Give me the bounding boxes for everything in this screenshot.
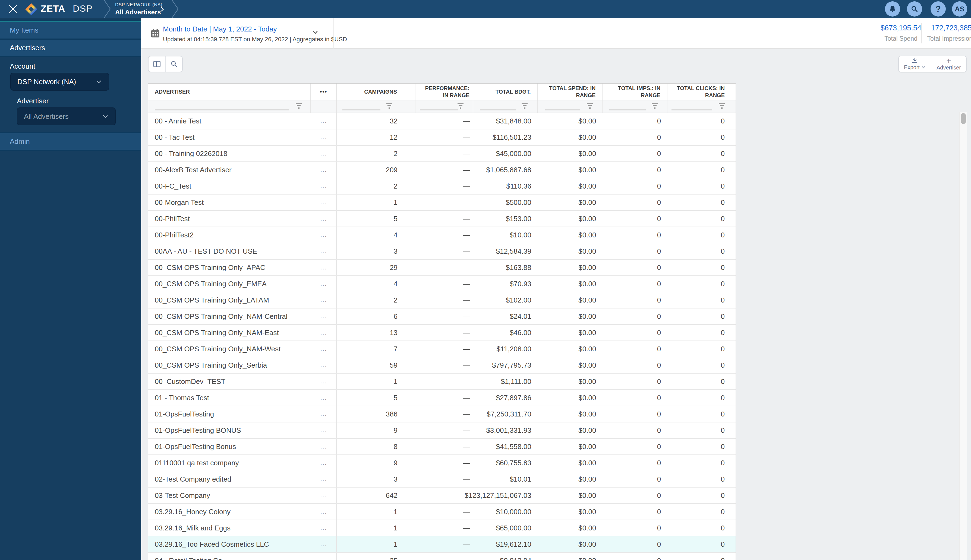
notifications-button[interactable]: [885, 2, 900, 17]
cell-name[interactable]: 00_CSM OPS Training Only_EMEA: [148, 276, 311, 292]
filter-menu-icon[interactable]: [521, 103, 528, 109]
help-button[interactable]: ?: [931, 2, 946, 17]
table-row[interactable]: 00 - Training 02262018...2—$45,000.00$0.…: [148, 146, 735, 162]
column-header-budget[interactable]: TOTAL BDGT.: [473, 83, 538, 100]
table-row[interactable]: 03.29.16_Honey Colony...1—$10,000.00$0.0…: [148, 504, 735, 520]
row-actions-button[interactable]: ...: [311, 243, 337, 259]
row-actions-button[interactable]: ...: [311, 308, 337, 324]
table-row[interactable]: 00_CSM OPS Training Only_NAM-Central...6…: [148, 308, 735, 325]
column-header-dots[interactable]: •••: [311, 83, 337, 100]
row-actions-button[interactable]: ...: [311, 390, 337, 406]
filter-menu-icon[interactable]: [587, 103, 593, 109]
row-actions-button[interactable]: ...: [311, 406, 337, 422]
table-row[interactable]: 00_CSM OPS Training Only_APAC...29—$163.…: [148, 260, 735, 276]
advertiser-select[interactable]: All Advertisers: [17, 107, 116, 125]
row-actions-button[interactable]: ...: [311, 520, 337, 536]
row-actions-button[interactable]: ...: [311, 178, 337, 194]
table-row[interactable]: 00-PhilTest2...4—$10.00$0.0000: [148, 227, 735, 243]
cell-name[interactable]: 01-OpsFuelTesting: [148, 406, 311, 422]
column-header-clicks[interactable]: TOTAL CLICKS: IN RANGE: [667, 83, 735, 100]
vertical-scrollbar[interactable]: [959, 112, 967, 560]
row-actions-button[interactable]: ...: [311, 276, 337, 292]
row-actions-button[interactable]: ...: [311, 553, 337, 560]
table-row[interactable]: 01-OpsFuelTesting BONUS...9—$3,001,331.9…: [148, 422, 735, 439]
row-actions-button[interactable]: ...: [311, 162, 337, 178]
add-advertiser-button[interactable]: + Advertiser: [931, 56, 966, 72]
cell-name[interactable]: 00-AlexB Test Advertiser: [148, 162, 311, 178]
row-actions-button[interactable]: ...: [311, 455, 337, 471]
cell-name[interactable]: 03.29.16_Honey Colony: [148, 504, 311, 520]
user-avatar[interactable]: AS: [952, 2, 967, 17]
row-actions-button[interactable]: ...: [311, 325, 337, 340]
row-actions-button[interactable]: ...: [311, 439, 337, 455]
row-actions-button[interactable]: ...: [311, 504, 337, 520]
table-row[interactable]: 00_CSM OPS Training Only_LATAM...2—$102.…: [148, 292, 735, 308]
filter-input-impressions[interactable]: [609, 109, 646, 110]
row-actions-button[interactable]: ...: [311, 357, 337, 373]
cell-name[interactable]: 00-Morgan Test: [148, 195, 311, 210]
column-header-name[interactable]: ADVERTISER: [148, 83, 311, 100]
table-row[interactable]: 00-Morgan Test...1—$500.00$0.0000: [148, 195, 735, 211]
table-row[interactable]: 00_CSM OPS Training Only_NAM-East...13—$…: [148, 325, 735, 341]
cell-name[interactable]: 03-Test Company: [148, 488, 311, 503]
cell-name[interactable]: 01110001 qa test company: [148, 455, 311, 471]
cell-name[interactable]: 00_CSM OPS Training Only_NAM-West: [148, 341, 311, 357]
breadcrumb-page[interactable]: All Advertisers: [115, 8, 162, 16]
calendar-icon[interactable]: [150, 28, 160, 38]
date-range-link[interactable]: Month to Date | May 1, 2022 - Today: [163, 25, 277, 33]
filter-menu-icon[interactable]: [652, 103, 658, 109]
cell-name[interactable]: 01 - Thomas Test: [148, 390, 311, 406]
table-row[interactable]: 03-Test Company...642—$123,127,151,067.0…: [148, 488, 735, 504]
row-actions-button[interactable]: ...: [311, 146, 337, 162]
cell-name[interactable]: 02-Test Company edited: [148, 471, 311, 487]
table-row[interactable]: 04 - Retail Testing Co...35—$9,913.94$0.…: [148, 553, 735, 560]
filter-input-name[interactable]: [155, 109, 289, 110]
filter-menu-icon[interactable]: [719, 103, 725, 109]
cell-name[interactable]: 00_CSM OPS Training Only_LATAM: [148, 292, 311, 308]
sidebar-item-admin[interactable]: Admin: [0, 133, 141, 150]
filter-input-clicks[interactable]: [672, 109, 712, 110]
row-actions-button[interactable]: ...: [311, 488, 337, 503]
filter-input-campaigns[interactable]: [343, 109, 380, 110]
row-actions-button[interactable]: ...: [311, 292, 337, 308]
table-row[interactable]: 01-OpsFuelTesting Bonus...8—$41,558.00$0…: [148, 439, 735, 455]
table-row[interactable]: 00_CustomDev_TEST...1—$1,111.00$0.0000: [148, 373, 735, 390]
filter-menu-icon[interactable]: [458, 103, 463, 109]
cell-name[interactable]: 00-PhilTest2: [148, 227, 311, 243]
cell-name[interactable]: 00AA - AU - TEST DO NOT USE: [148, 243, 311, 259]
table-row[interactable]: 00_CSM OPS Training Only_EMEA...4—$70.93…: [148, 276, 735, 292]
table-row[interactable]: 00 - Annie Test...32—$31,848.00$0.0000: [148, 113, 735, 129]
filter-input-budget[interactable]: [480, 109, 516, 110]
date-dropdown-chevron-icon[interactable]: [312, 29, 319, 36]
cell-name[interactable]: 03.29.16_Milk and Eggs: [148, 520, 311, 536]
table-row[interactable]: 01110001 qa test company...9—$60,755.83$…: [148, 455, 735, 471]
row-actions-button[interactable]: ...: [311, 260, 337, 275]
column-header-spend[interactable]: TOTAL SPEND: IN RANGE: [538, 83, 603, 100]
cell-name[interactable]: 00 - Annie Test: [148, 113, 311, 129]
filter-menu-icon[interactable]: [296, 103, 302, 109]
global-search-button[interactable]: [907, 2, 922, 17]
row-actions-button[interactable]: ...: [311, 471, 337, 487]
row-actions-button[interactable]: ...: [311, 129, 337, 145]
export-button[interactable]: Export: [899, 56, 931, 72]
filter-input-spend[interactable]: [545, 109, 580, 110]
table-row[interactable]: 01-OpsFuelTesting...386—$7,250,311.70$0.…: [148, 406, 735, 422]
column-header-impressions[interactable]: TOTAL IMPS.: IN RANGE: [603, 83, 667, 100]
column-header-campaigns[interactable]: CAMPAIGNS: [337, 83, 415, 100]
cell-name[interactable]: 00-FC_Test: [148, 178, 311, 194]
cell-name[interactable]: 00_CSM OPS Training Only_Serbia: [148, 357, 311, 373]
table-row[interactable]: 00-AlexB Test Advertiser...209—$1,065,88…: [148, 162, 735, 178]
table-row[interactable]: 00_CSM OPS Training Only_Serbia...59—$79…: [148, 357, 735, 373]
table-row[interactable]: 00 - Tac Test...12—$116,501.23$0.0000: [148, 129, 735, 146]
cell-name[interactable]: 00 - Tac Test: [148, 129, 311, 145]
cell-name[interactable]: 01-OpsFuelTesting Bonus: [148, 439, 311, 455]
table-row[interactable]: 00-FC_Test...2—$110.36$0.0000: [148, 178, 735, 195]
cell-name[interactable]: 00 - Training 02262018: [148, 146, 311, 162]
table-row[interactable]: 00_CSM OPS Training Only_NAM-West...7—$1…: [148, 341, 735, 357]
table-row[interactable]: 02-Test Company edited...3—$10.01$0.0000: [148, 471, 735, 488]
row-actions-button[interactable]: ...: [311, 211, 337, 227]
cell-name[interactable]: 01-OpsFuelTesting BONUS: [148, 422, 311, 438]
row-actions-button[interactable]: ...: [311, 373, 337, 389]
close-icon[interactable]: [8, 3, 18, 14]
table-row[interactable]: 01 - Thomas Test...5—$27,897.86$0.0000: [148, 390, 735, 406]
